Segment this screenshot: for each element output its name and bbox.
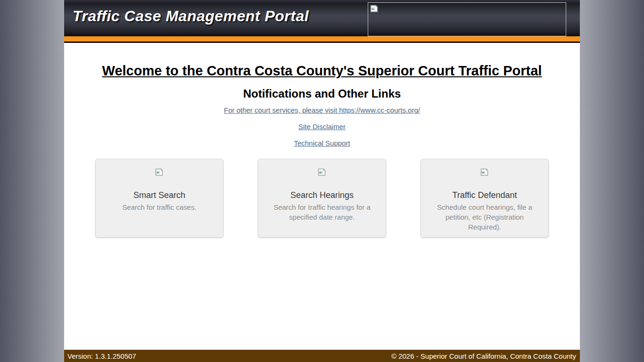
site-header: Traffic Case Management Portal bbox=[64, 0, 580, 36]
card-smart-search[interactable]: Smart Search Search for traffic cases. bbox=[95, 159, 223, 238]
card-description: Search for traffic cases. bbox=[105, 202, 214, 212]
card-search-hearings[interactable]: Search Hearings Search for traffic heari… bbox=[258, 159, 386, 238]
orange-accent-bar bbox=[64, 36, 580, 41]
welcome-heading: Welcome to the Contra Costa County's Sup… bbox=[96, 63, 548, 79]
card-description: Search for traffic hearings for a specif… bbox=[268, 202, 376, 222]
broken-image-icon bbox=[480, 168, 489, 178]
link-site-disclaimer[interactable]: Site Disclaimer bbox=[298, 123, 346, 131]
link-other-court-services[interactable]: For other court services, please visit h… bbox=[224, 106, 420, 114]
version-label: Version: 1.3.1.250507 bbox=[67, 352, 136, 360]
site-footer: Version: 1.3.1.250507 © 2026 - Superior … bbox=[64, 350, 580, 362]
notifications-heading: Notifications and Other Links bbox=[64, 87, 580, 100]
copyright-label: © 2026 - Superior Court of California, C… bbox=[391, 352, 576, 360]
broken-image-icon bbox=[370, 5, 379, 15]
link-technical-support[interactable]: Technical Support bbox=[294, 139, 350, 147]
card-title: Traffic Defendant bbox=[421, 190, 548, 200]
banner-placeholder-box bbox=[368, 2, 566, 36]
card-description: Schedule court hearings, file a petition… bbox=[430, 202, 539, 232]
card-title: Smart Search bbox=[96, 190, 223, 200]
card-traffic-defendant[interactable]: Traffic Defendant Schedule court hearing… bbox=[421, 159, 549, 238]
broken-image-icon bbox=[318, 168, 327, 178]
broken-image-icon bbox=[155, 168, 164, 178]
action-cards-row: Smart Search Search for traffic cases. S… bbox=[64, 159, 580, 238]
other-links-list: For other court services, please visit h… bbox=[64, 106, 580, 147]
page-container: Traffic Case Management Portal Welcome t… bbox=[64, 0, 580, 362]
card-title: Search Hearings bbox=[258, 190, 386, 200]
main-content: Welcome to the Contra Costa County's Sup… bbox=[64, 43, 580, 350]
page-title: Traffic Case Management Portal bbox=[73, 8, 309, 25]
